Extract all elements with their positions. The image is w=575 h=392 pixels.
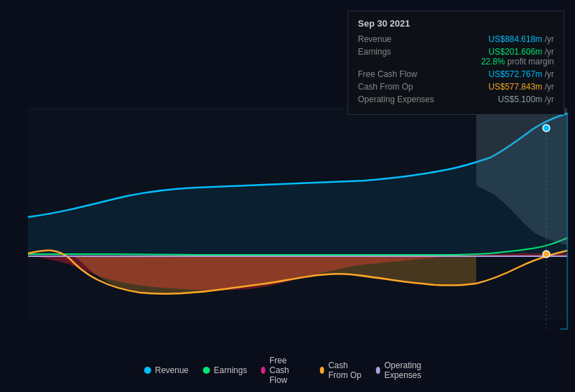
tooltip-label-revenue: Revenue [358,34,442,44]
legend: Revenue Earnings Free Cash Flow Cash Fro… [144,356,431,385]
svg-point-7 [543,251,550,258]
tooltip-label-earnings: Earnings [358,47,442,57]
legend-item-revenue[interactable]: Revenue [144,365,188,375]
tooltip-profit-margin: 22.8% profit margin [481,57,554,66]
legend-dot-revenue [144,367,151,374]
legend-dot-earnings [202,367,209,374]
tooltip-row-cashfromop: Cash From Op US$577.843m /yr [358,82,554,92]
legend-dot-cashfromop [320,367,324,374]
tooltip-box: Sep 30 2021 Revenue US$884.618m /yr Earn… [347,10,564,115]
legend-item-earnings[interactable]: Earnings [202,365,247,375]
legend-item-fcf[interactable]: Free Cash Flow [261,356,306,385]
legend-label-opex: Operating Expenses [385,360,431,380]
chart-container: Sep 30 2021 Revenue US$884.618m /yr Earn… [0,0,575,392]
legend-label-earnings: Earnings [214,365,247,375]
legend-dot-fcf [261,367,265,374]
legend-label-fcf: Free Cash Flow [270,356,306,385]
tooltip-row-revenue: Revenue US$884.618m /yr [358,34,554,44]
tooltip-value-opex: US$5.100m /yr [498,94,554,104]
legend-label-revenue: Revenue [155,365,188,375]
tooltip-row-opex: Operating Expenses US$5.100m /yr [358,94,554,104]
tooltip-row-earnings: Earnings US$201.606m /yr 22.8% profit ma… [358,47,554,66]
tooltip-value-cashfromop: US$577.843m /yr [489,82,554,92]
svg-point-6 [543,125,550,132]
tooltip-label-cashfromop: Cash From Op [358,82,442,92]
tooltip-value-fcf: US$572.767m /yr [489,69,554,79]
tooltip-row-fcf: Free Cash Flow US$572.767m /yr [358,69,554,79]
tooltip-label-opex: Operating Expenses [358,94,442,104]
tooltip-value-earnings: US$201.606m /yr [481,47,554,57]
tooltip-value-revenue: US$884.618m /yr [489,34,554,44]
legend-item-cashfromop[interactable]: Cash From Op [320,360,362,380]
tooltip-date: Sep 30 2021 [358,18,554,29]
tooltip-label-fcf: Free Cash Flow [358,69,442,79]
tooltip-value-earnings-group: US$201.606m /yr 22.8% profit margin [481,47,554,66]
legend-dot-opex [376,367,380,374]
legend-item-opex[interactable]: Operating Expenses [376,360,431,380]
legend-label-cashfromop: Cash From Op [328,360,362,380]
